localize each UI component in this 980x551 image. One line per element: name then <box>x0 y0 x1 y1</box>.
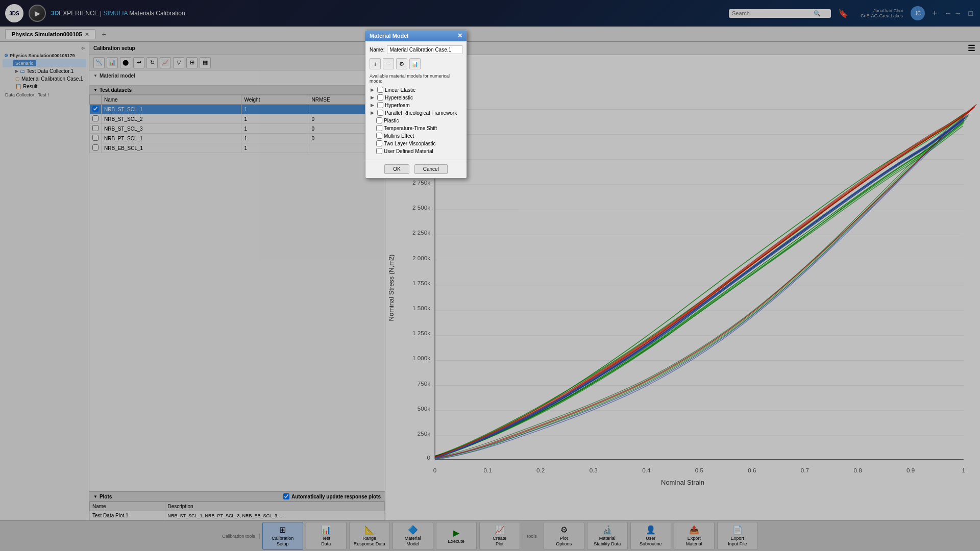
label-hyperelastic: Hyperelastic <box>385 95 413 101</box>
dataset-weight-cell: 1 <box>241 124 309 134</box>
checkbox-temperature-time-shift[interactable] <box>376 125 382 131</box>
chart-model-btn[interactable]: 📊 <box>409 58 421 69</box>
svg-text:250k: 250k <box>418 430 430 437</box>
plot-col-desc: Description <box>165 502 385 511</box>
export-input-file-btn[interactable]: 📄 ExportInput File <box>717 522 758 550</box>
add-icon[interactable]: + <box>930 6 940 21</box>
plot-row[interactable]: Test Data Plot.1 NRB_ST_SCL_1, NRB_PT_SC… <box>90 511 385 520</box>
search-input[interactable] <box>732 10 814 16</box>
toolbar-refresh-btn[interactable]: ↻ <box>146 57 158 68</box>
model-row-plastic: Plastic <box>370 117 462 123</box>
plot-menu-icon[interactable]: ☰ <box>968 43 975 53</box>
sidebar-item-material-calibration[interactable]: ⬡ Material Calibration Case.1 <box>3 75 86 83</box>
back-icon[interactable]: ← <box>945 9 952 17</box>
add-model-btn[interactable]: + <box>370 58 381 69</box>
checkbox-plastic[interactable] <box>376 117 382 123</box>
calibration-setup-btn-label: CalibrationSetup <box>272 536 293 547</box>
model-row-hyperelastic: ▶ Hyperelastic <box>370 94 462 101</box>
range-response-btn[interactable]: 📐 RangeResponse Data <box>349 522 390 550</box>
checkbox-hyperfoam[interactable] <box>377 102 383 108</box>
checkbox-mullins-effect[interactable] <box>376 133 382 139</box>
create-plot-btn-label: CreatePlot <box>493 536 506 547</box>
modal-footer: OK Cancel <box>365 160 467 178</box>
tab-close-icon[interactable]: ✕ <box>85 32 89 37</box>
material-model-btn[interactable]: 🔷 MaterialModel <box>393 522 433 550</box>
svg-text:1 250k: 1 250k <box>412 330 430 336</box>
svg-text:Nominal Stress (N,m2): Nominal Stress (N,m2) <box>387 255 395 321</box>
play-button[interactable]: ▶ <box>29 5 46 22</box>
export-material-btn[interactable]: 📤 ExportMaterial <box>674 522 715 550</box>
dataset-row[interactable]: NRB_PT_SCL_1 1 0 <box>90 134 385 143</box>
material-model-dialog[interactable]: Material Model ✕ Name: + − ⚙ 📊 Available… <box>365 30 467 179</box>
expand-hyperfoam[interactable]: ▶ <box>371 103 376 108</box>
fullscreen-icon[interactable]: □ <box>967 7 975 19</box>
svg-text:750k: 750k <box>418 380 430 387</box>
svg-text:1: 1 <box>962 467 965 473</box>
expand-hyperelastic[interactable]: ▶ <box>371 95 376 100</box>
search-icon[interactable]: 🔍 <box>814 10 821 17</box>
test-data-btn[interactable]: 📊 TestData <box>306 522 347 550</box>
dataset-checkbox-1[interactable] <box>92 115 99 121</box>
checkbox-user-defined[interactable] <box>376 148 382 154</box>
remove-model-btn[interactable]: − <box>383 58 394 69</box>
toolbar-line-chart-btn[interactable]: 📉 <box>93 57 105 68</box>
user-avatar[interactable]: JC <box>911 6 925 20</box>
dataset-checkbox-3[interactable] <box>92 135 99 141</box>
sidebar-item-test-data[interactable]: ▶ 🗂 Test Data Collector.1 <box>3 67 86 75</box>
svg-text:1 750k: 1 750k <box>412 280 430 286</box>
bookmark-icon[interactable]: 🔖 <box>836 7 850 20</box>
tools-label: tools <box>523 534 541 539</box>
dataset-name-cell: NRB_ST_SCL_2 <box>102 114 241 124</box>
expand-parallel-rheological[interactable]: ▶ <box>371 110 376 115</box>
toolbar-undo-btn[interactable]: ↩ <box>133 57 144 68</box>
collapse-arrow[interactable]: ⇦ <box>3 44 86 52</box>
checkbox-linear-elastic[interactable] <box>377 87 383 93</box>
ok-button[interactable]: OK <box>384 164 409 174</box>
checkbox-two-layer-viscoplastic[interactable] <box>376 140 382 146</box>
material-stability-btn-label: MaterialStability Data <box>594 536 621 547</box>
auto-update-checkbox[interactable] <box>283 493 289 499</box>
new-tab-button[interactable]: + <box>98 29 110 40</box>
dataset-checkbox-2[interactable] <box>92 125 99 131</box>
toolbar-column-chart-btn[interactable]: ▦ <box>200 57 211 68</box>
tab-physics-simulation[interactable]: Physics Simulation000105 ✕ <box>5 29 95 39</box>
plot-options-btn[interactable]: ⚙ PlotOptions <box>544 522 584 550</box>
name-input[interactable] <box>387 45 462 54</box>
execute-btn[interactable]: ▶ Execute <box>436 522 477 550</box>
dataset-weight-cell: 1 <box>241 143 309 153</box>
calibration-setup-btn[interactable]: ⊞ CalibrationSetup <box>262 522 303 550</box>
toolbar-filter-btn[interactable]: ▽ <box>173 57 184 68</box>
create-plot-btn[interactable]: 📈 CreatePlot <box>479 522 520 550</box>
checkbox-parallel-rheological[interactable] <box>377 110 383 116</box>
dataset-row[interactable]: NRB_ST_SCL_3 1 0 <box>90 124 385 134</box>
plots-table-element: Name Description Test Data Plot.1 NRB_ST… <box>89 502 385 520</box>
dataset-checkbox-4[interactable] <box>92 144 99 151</box>
modal-close-btn[interactable]: ✕ <box>457 32 462 39</box>
checkbox-hyperelastic[interactable] <box>377 94 383 101</box>
toolbar-area-chart-btn[interactable]: 📈 <box>160 57 171 68</box>
toolbar-bar-chart-btn[interactable]: 📊 <box>107 57 118 68</box>
material-stability-btn[interactable]: 🔬 MaterialStability Data <box>587 522 628 550</box>
settings-model-btn[interactable]: ⚙ <box>396 58 407 69</box>
execute-btn-label: Execute <box>448 539 465 544</box>
sidebar-item-scenario[interactable]: Scenario <box>3 59 86 67</box>
expand-linear[interactable]: ▶ <box>371 87 376 92</box>
dataset-row[interactable]: NRB_ST_SCL_1 1 <box>90 105 385 114</box>
toolbar-sphere-btn[interactable]: ⬤ <box>120 57 131 68</box>
svg-text:2 750k: 2 750k <box>412 179 430 186</box>
dataset-row[interactable]: NRB_EB_SCL_1 1 <box>90 143 385 153</box>
forward-icon[interactable]: → <box>954 9 962 17</box>
dataset-checkbox-0[interactable] <box>92 106 99 112</box>
svg-text:0.1: 0.1 <box>484 467 492 473</box>
range-response-icon: 📐 <box>364 525 375 535</box>
cancel-button[interactable]: Cancel <box>414 164 448 174</box>
material-model-section-header: ▼ Material model <box>93 73 381 79</box>
datasets-table-element: Name Weight NRMSE NRB_ST_SCL_1 1 NRB_ST_… <box>89 95 385 153</box>
toolbar-table-btn[interactable]: ⊞ <box>186 57 198 68</box>
user-subroutine-btn[interactable]: 👤 UserSubroutine <box>630 522 671 550</box>
execute-icon: ▶ <box>453 528 459 538</box>
search-box: 🔍 <box>729 9 831 18</box>
sidebar-item-result[interactable]: 📋 Result <box>3 83 86 90</box>
name-label: Name: <box>370 47 384 53</box>
dataset-row[interactable]: NRB_ST_SCL_2 1 0 <box>90 114 385 124</box>
